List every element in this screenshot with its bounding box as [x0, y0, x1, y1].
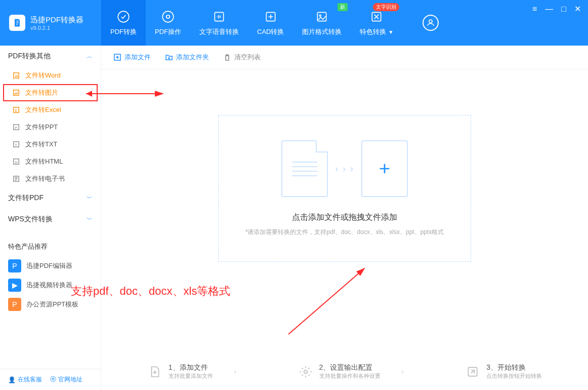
dropzone-hint: *请添加需要转换的文件，支持pdf、doc、docx、xls、xlsx、ppt、… [245, 228, 444, 237]
toolbar: 添加文件 添加文件夹 清空列表 [101, 46, 588, 69]
group-label: WPS文件转换 [8, 215, 53, 224]
group-label: PDF转换其他 [8, 52, 51, 61]
sidebar-group-wps[interactable]: WPS文件转换 ﹀ [0, 209, 101, 230]
tab-label: PDF转换 [110, 27, 137, 36]
sidebar-item-to-ppt[interactable]: P文件转PPT [0, 119, 101, 136]
ebook-icon [12, 175, 20, 183]
tab-pdf-operate[interactable]: PDF操作 [146, 0, 190, 46]
svg-line-24 [288, 268, 364, 334]
svg-text:P: P [15, 126, 17, 130]
add-file-button[interactable]: 添加文件 [113, 53, 151, 62]
dropzone-illustration: › › › [281, 140, 408, 197]
annotation-arrow-2 [283, 263, 374, 339]
sidebar-item-to-excel[interactable]: E文件转Excel [0, 101, 101, 119]
step-1: 1、添加文件支持批量添加文件 › [147, 363, 236, 380]
ocr-badge: 文字识别 [373, 3, 399, 11]
close-button[interactable]: ✕ [574, 5, 581, 13]
svg-point-8 [429, 20, 432, 23]
tab-image-format[interactable]: 新 图片格式转换 [293, 0, 351, 46]
main-panel: 添加文件 添加文件夹 清空列表 › › › 点击添加文件或拖拽文件添加 *请添加… [101, 46, 588, 390]
promo-pdf-editor[interactable]: P迅捷PDF编辑器 [0, 256, 101, 276]
settings-icon [298, 364, 313, 379]
image-icon [315, 9, 328, 24]
new-badge: 新 [338, 3, 348, 11]
tab-cad[interactable]: CAD转换 [248, 0, 293, 46]
tab-label: CAD转换 [257, 27, 284, 36]
dropzone[interactable]: › › › 点击添加文件或拖拽文件添加 *请添加需要转换的文件，支持pdf、do… [218, 115, 471, 262]
svg-text:T: T [15, 143, 17, 147]
svg-rect-3 [215, 12, 223, 21]
app-name: 迅捷PDF转换器 [30, 15, 83, 25]
chevron-down-icon: ▼ [388, 29, 393, 35]
tab-label: 特色转换 [360, 28, 386, 35]
svg-rect-11 [14, 90, 19, 96]
sidebar-item-to-txt[interactable]: T文件转TXT [0, 136, 101, 153]
person-icon: 👤 [8, 376, 16, 383]
word-icon: W [12, 71, 20, 80]
sidebar-group-to-pdf[interactable]: 文件转PDF ﹀ [0, 187, 101, 209]
sidebar-footer: 👤在线客服 ⓔ官网地址 [0, 369, 101, 390]
svg-point-22 [304, 370, 307, 373]
official-site-link[interactable]: ⓔ官网地址 [50, 375, 82, 384]
logo-area: 迅捷PDF转换器 v9.0.2.1 [0, 0, 101, 46]
chevron-right-icon: › [402, 368, 404, 375]
special-icon [370, 9, 383, 24]
annotation-text: 支持pdf、doc、docx、xls等格式 [71, 284, 230, 299]
main-tabs: PDF转换 PDF操作 文字语音转换 CAD转换 新 图片格式转换 文字识别 特… [101, 0, 402, 46]
tab-label: 图片格式转换 [302, 27, 342, 36]
html-icon: H [12, 158, 20, 166]
excel-icon: E [12, 106, 20, 114]
sidebar-item-to-ebook[interactable]: 文件转电子书 [0, 170, 101, 187]
ppt-icon: P [12, 123, 20, 131]
header: 迅捷PDF转换器 v9.0.2.1 PDF转换 PDF操作 文字语音转换 CAD… [0, 0, 588, 46]
svg-marker-26 [86, 91, 92, 97]
online-service-link[interactable]: 👤在线客服 [8, 375, 42, 384]
step-2: 2、设置输出配置支持批量操作和各种设置 › [298, 363, 404, 380]
annotation-arrow-1 [81, 86, 167, 101]
svg-text:H: H [15, 161, 17, 164]
add-folder-button[interactable]: 添加文件夹 [165, 53, 209, 62]
step-3: 3、开始转换点击转换按钮开始转换 [465, 363, 542, 380]
chevron-right-icon: › [234, 368, 236, 375]
minimize-button[interactable]: — [545, 5, 553, 13]
ie-icon: ⓔ [50, 375, 56, 384]
sidebar-item-to-html[interactable]: H文件转HTML [0, 153, 101, 170]
convert-start-icon [465, 364, 480, 379]
add-file-icon [147, 364, 162, 379]
voice-icon [213, 9, 226, 24]
promo-icon: P [8, 298, 21, 311]
sidebar-group-pdf-to-other[interactable]: PDF转换其他 ︿ [0, 46, 101, 67]
sidebar-item-to-word[interactable]: W文件转Word [0, 67, 101, 84]
tab-special[interactable]: 文字识别 特色转换▼ [351, 0, 402, 46]
app-version: v9.0.2.1 [30, 25, 83, 31]
arrows-icon: › › › [335, 164, 354, 174]
image-file-icon [12, 89, 20, 97]
document-icon [281, 140, 328, 197]
txt-icon: T [12, 140, 20, 148]
tab-label: PDF操作 [155, 27, 181, 36]
svg-text:W: W [15, 74, 18, 78]
group-label: 文件转PDF [8, 193, 44, 203]
promo-title: 特色产品推荐 [0, 230, 101, 256]
clear-list-button[interactable]: 清空列表 [223, 53, 261, 62]
user-icon[interactable] [423, 15, 439, 31]
add-box-icon [361, 140, 408, 197]
app-logo-icon [9, 15, 25, 31]
maximize-button[interactable]: □ [561, 5, 566, 13]
cad-icon [264, 9, 277, 24]
tab-text-voice[interactable]: 文字语音转换 [190, 0, 248, 46]
svg-point-6 [320, 15, 321, 16]
convert-icon [117, 9, 130, 24]
window-controls: ≡ — □ ✕ [532, 0, 588, 46]
gear-icon [161, 9, 175, 24]
chevron-down-icon: ﹀ [87, 194, 93, 203]
dropzone-title: 点击添加文件或拖拽文件添加 [292, 212, 397, 223]
promo-icon: ▶ [8, 279, 21, 292]
promo-icon: P [8, 259, 21, 272]
steps-bar: 1、添加文件支持批量添加文件 › 2、设置输出配置支持批量操作和各种设置 › 3… [101, 363, 588, 380]
chevron-down-icon: ﹀ [87, 215, 93, 224]
menu-icon[interactable]: ≡ [532, 5, 537, 13]
svg-point-1 [162, 11, 174, 22]
tab-pdf-convert[interactable]: PDF转换 [101, 0, 146, 46]
chevron-up-icon: ︿ [87, 52, 93, 61]
